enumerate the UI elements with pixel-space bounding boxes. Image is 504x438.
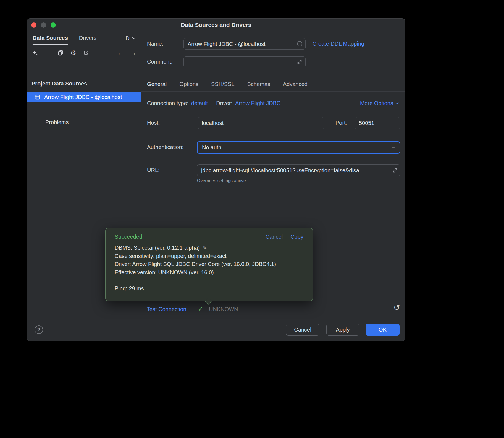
tab-ssh-ssl[interactable]: SSH/SSL xyxy=(211,78,234,92)
tab-schemas[interactable]: Schemas xyxy=(247,78,270,92)
copy-icon xyxy=(57,50,64,56)
arrow-left-icon: ← xyxy=(117,49,124,56)
settings-button[interactable]: ⚙ xyxy=(68,48,78,58)
connection-type-row: Connection type: default Driver: Arrow F… xyxy=(147,99,399,107)
url-label: URL: xyxy=(147,167,160,173)
back-button[interactable]: ← xyxy=(115,48,126,58)
sidebar-tabs: Data Sources Drivers D xyxy=(27,31,141,45)
name-input[interactable] xyxy=(183,38,306,50)
ok-button[interactable]: OK xyxy=(366,324,400,336)
project-data-sources-header: Project Data Sources xyxy=(32,80,87,87)
popup-notch xyxy=(205,298,212,304)
sidebar-item-problems[interactable]: Problems xyxy=(45,119,69,126)
sidebar-item-arrow-flight-jdbc[interactable]: Arrow Flight JDBC - @localhost xyxy=(27,92,141,102)
data-sources-dialog: Data Sources and Drivers Data Sources Dr… xyxy=(27,18,405,341)
name-label: Name: xyxy=(147,41,163,47)
minus-icon xyxy=(45,50,51,56)
host-label: Host: xyxy=(147,120,160,126)
plus-icon xyxy=(32,50,38,56)
authentication-select[interactable]: No auth xyxy=(197,141,400,154)
test-connection-popup: Succeeded Cancel Copy DBMS: Spice.ai (ve… xyxy=(105,228,313,301)
comment-input[interactable] xyxy=(183,56,306,67)
titlebar[interactable]: Data Sources and Drivers xyxy=(27,19,405,31)
remove-button[interactable] xyxy=(43,48,53,58)
chevron-down-icon xyxy=(132,37,136,40)
arrow-right-icon: → xyxy=(130,49,137,56)
case-sensitivity-line: Case sensitivity: plain=upper, delimited… xyxy=(115,252,303,260)
more-options-button[interactable]: More Options xyxy=(360,100,399,106)
revert-icon[interactable]: ↺ xyxy=(393,304,400,312)
check-icon: ✓ xyxy=(198,305,203,313)
url-input[interactable] xyxy=(197,164,400,176)
popup-actions: Cancel Copy xyxy=(266,234,303,240)
desktop: { "window": { "title": "Data Sources and… xyxy=(0,0,504,438)
ping-line: Ping: 29 ms xyxy=(115,285,303,293)
status-succeeded: Succeeded xyxy=(115,234,142,240)
effective-version-line: Effective version: UNKNOWN (ver. 16.0) xyxy=(115,268,303,277)
driver-line: Driver: Arrow Flight SQL JDBC Driver Cor… xyxy=(115,260,303,268)
loading-ring-icon xyxy=(297,41,302,46)
tab-data-sources[interactable]: Data Sources xyxy=(33,31,68,45)
popup-spacer xyxy=(115,277,303,285)
authentication-value: No auth xyxy=(202,144,221,151)
popup-cancel-link[interactable]: Cancel xyxy=(266,234,283,240)
driver-label: Driver: xyxy=(216,100,232,106)
tab-overflow[interactable]: D xyxy=(126,31,136,45)
popup-body: DBMS: Spice.ai (ver. 0.12.1-alpha)✎ Case… xyxy=(115,244,303,293)
sidebar-divider xyxy=(32,109,137,109)
popup-header: Succeeded Cancel Copy xyxy=(115,234,303,240)
tabs-divider xyxy=(141,91,405,92)
tab-overflow-label: D xyxy=(126,32,130,45)
connection-type-value[interactable]: default xyxy=(191,100,208,106)
port-input[interactable] xyxy=(355,117,400,129)
tab-general[interactable]: General xyxy=(147,78,167,92)
url-hint: Overrides settings above xyxy=(197,178,246,183)
expand-comment-icon[interactable] xyxy=(297,59,302,65)
connection-type-label: Connection type: xyxy=(147,100,188,106)
tab-drivers[interactable]: Drivers xyxy=(79,31,96,45)
forward-button[interactable]: → xyxy=(128,48,138,58)
more-options-label: More Options xyxy=(360,100,393,106)
data-source-icon xyxy=(34,94,40,100)
help-button[interactable]: ? xyxy=(35,325,43,334)
chevron-down-icon xyxy=(391,146,395,149)
comment-label: Comment: xyxy=(147,59,172,65)
expand-url-icon[interactable] xyxy=(392,168,398,173)
apply-button[interactable]: Apply xyxy=(326,324,359,336)
sidebar-toolbar: ⚙ ← → xyxy=(30,47,138,58)
tab-options[interactable]: Options xyxy=(179,78,198,92)
duplicate-button[interactable] xyxy=(55,48,66,58)
port-label: Port: xyxy=(335,120,347,126)
open-in-new-button[interactable] xyxy=(81,48,91,58)
dbms-line: DBMS: Spice.ai (ver. 0.12.1-alpha) xyxy=(115,245,200,251)
footer-divider xyxy=(27,318,405,318)
cancel-button[interactable]: Cancel xyxy=(286,324,319,336)
gear-icon: ⚙ xyxy=(70,49,76,56)
settings-tabs: General Options SSH/SSL Schemas Advanced xyxy=(147,78,308,92)
authentication-label: Authentication: xyxy=(147,144,183,150)
open-in-new-icon xyxy=(83,50,89,56)
add-button[interactable] xyxy=(30,48,40,58)
connection-status-text: UNKNOWN xyxy=(209,306,238,312)
create-ddl-mapping-link[interactable]: Create DDL Mapping xyxy=(313,41,364,47)
window-title: Data Sources and Drivers xyxy=(27,19,405,31)
edit-pencil-icon[interactable]: ✎ xyxy=(203,245,207,251)
host-input[interactable] xyxy=(198,117,324,129)
chevron-down-icon xyxy=(395,102,399,105)
popup-copy-link[interactable]: Copy xyxy=(290,234,303,240)
tab-advanced[interactable]: Advanced xyxy=(283,78,308,92)
sidebar-item-label: Arrow Flight JDBC - @localhost xyxy=(44,94,122,100)
test-connection-link[interactable]: Test Connection xyxy=(147,306,186,312)
driver-value[interactable]: Arrow Flight JDBC xyxy=(235,100,280,106)
dbms-line-row: DBMS: Spice.ai (ver. 0.12.1-alpha)✎ xyxy=(115,244,303,252)
